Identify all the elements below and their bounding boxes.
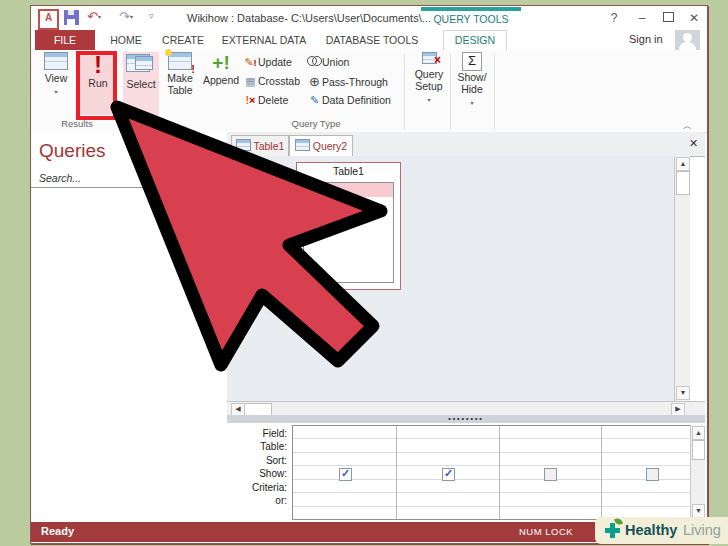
select-icon-overlay: [135, 56, 153, 70]
doc-tab-table1[interactable]: Table1: [231, 135, 289, 157]
run-highlight-annotation: [76, 51, 117, 120]
field-list: * Field1 Field2: [303, 182, 394, 283]
scroll-down-button[interactable]: ▼: [676, 386, 690, 400]
tab-home[interactable]: HOME: [101, 30, 151, 50]
pass-through-button[interactable]: ⊕Pass-Through: [307, 73, 388, 90]
data-definition-button[interactable]: ✎Data Definition: [307, 92, 391, 109]
grid-row-label: Criteria:: [227, 481, 287, 494]
show-hide-dropdown-icon: ▾: [470, 100, 473, 106]
update-icon: ✎!: [243, 54, 258, 72]
grid-row-label: Table:: [227, 440, 287, 453]
search-input[interactable]: Search...: [31, 170, 226, 188]
status-ready: Ready: [41, 525, 74, 537]
redo-icon[interactable]: ↷▾: [119, 8, 133, 26]
tab-create[interactable]: CREATE: [155, 30, 211, 50]
health-cross-icon: [605, 523, 620, 538]
tab-design[interactable]: DESIGN: [443, 30, 507, 51]
show-checkbox-2[interactable]: [442, 468, 455, 481]
show-checkbox-3[interactable]: [544, 468, 557, 481]
ribbon-group-labels: Results Query Type: [31, 118, 707, 132]
access-window: A ↶▾ ↷▾ ▿ Wikihow : Database- C:\Users\U…: [30, 5, 708, 544]
contextual-tab-group: QUERY TOOLS: [421, 13, 521, 25]
healthy-living-watermark: Healthy Living: [595, 517, 728, 544]
navigation-pane: Queries Search...: [31, 132, 228, 522]
make-table-excl-icon: !: [191, 63, 195, 75]
view-icon: [44, 52, 68, 70]
grid-row-label: Field:: [227, 427, 287, 440]
globe-icon: ⊕: [307, 73, 322, 90]
scroll-thumb[interactable]: [676, 171, 690, 195]
query-grid-pane: Field: Table: Sort: Show: Criteria: or: …: [227, 423, 705, 522]
select-query-button[interactable]: Select: [123, 52, 159, 116]
pane-splitter[interactable]: ••••••••: [227, 415, 705, 423]
user-avatar[interactable]: [675, 30, 700, 51]
status-num-lock: NUM LOCK: [519, 526, 573, 537]
union-button[interactable]: Union: [307, 54, 349, 71]
append-icon: +!: [212, 52, 229, 73]
crosstab-icon: ▦: [243, 73, 258, 90]
field-row-star[interactable]: *: [304, 183, 393, 197]
show-checkbox-4[interactable]: [646, 468, 659, 481]
delete-button[interactable]: !×Delete: [243, 92, 288, 109]
access-app-icon: A: [38, 9, 59, 30]
crosstab-button[interactable]: ▦Crosstab: [243, 73, 300, 90]
delete-icon: !×: [243, 92, 258, 109]
maximize-icon: [663, 12, 674, 22]
scroll-up-button[interactable]: ▲: [692, 426, 705, 440]
close-button[interactable]: ✕: [683, 10, 705, 27]
view-button[interactable]: View ▾: [36, 52, 76, 116]
search-placeholder: Search...: [39, 172, 81, 184]
sign-in-link[interactable]: Sign in: [629, 33, 663, 45]
tab-external-data[interactable]: EXTERNAL DATA: [217, 30, 311, 50]
query-grid[interactable]: [292, 425, 691, 520]
contextual-tab-strip: [421, 7, 521, 11]
qat-customize-icon[interactable]: ▿: [149, 11, 154, 21]
tab-file[interactable]: FILE: [35, 30, 95, 50]
save-icon[interactable]: [64, 10, 79, 25]
scroll-up-button[interactable]: ▲: [676, 157, 690, 171]
grid-vscrollbar[interactable]: ▲ ▼: [690, 425, 705, 518]
design-vscrollbar[interactable]: ▲ ▼: [674, 156, 690, 401]
query-icon: [295, 139, 310, 151]
screenshot-stage: A ↶▾ ↷▾ ▿ Wikihow : Database- C:\Users\U…: [0, 0, 728, 546]
maximize-button[interactable]: [657, 10, 679, 27]
append-button[interactable]: +! Append: [200, 52, 242, 116]
help-button[interactable]: ?: [603, 10, 625, 27]
undo-icon[interactable]: ↶▾: [87, 8, 101, 26]
query-setup-dropdown-icon: ▾: [427, 97, 430, 103]
query-design-surface: Table1 * Field1 Field2 ▲ ▼: [227, 156, 689, 401]
update-button[interactable]: ✎!Update: [243, 54, 292, 71]
query-setup-button[interactable]: × Query Setup▾: [409, 52, 449, 116]
title-bar: A ↶▾ ↷▾ ▿ Wikihow : Database- C:\Users\U…: [31, 6, 707, 30]
minimize-button[interactable]: –: [631, 10, 653, 27]
sigma-icon: Σ: [462, 52, 482, 71]
table-icon: [236, 139, 251, 151]
close-document-icon[interactable]: ✕: [689, 137, 698, 150]
column-divider: [499, 426, 500, 519]
design-hscrollbar[interactable]: ◀ ▶: [227, 401, 705, 416]
grid-row-label: Sort:: [227, 454, 287, 467]
watermark-text-light: Living: [683, 522, 721, 538]
show-hide-button[interactable]: Σ Show/ Hide▾: [453, 52, 491, 116]
column-divider: [396, 426, 397, 519]
make-table-button[interactable]: ! Make Table: [162, 52, 198, 116]
make-table-icon: !: [168, 52, 192, 70]
field-row[interactable]: Field1: [304, 197, 393, 211]
nav-pane-title: Queries: [39, 140, 106, 162]
view-dropdown-icon: ▾: [54, 89, 57, 95]
grid-row-label: Show:: [227, 467, 287, 480]
scroll-down-button[interactable]: ▼: [692, 504, 705, 518]
document-tab-bar: Table1 Query2: [227, 132, 705, 157]
field-list-table1: Table1 * Field1 Field2: [296, 162, 401, 290]
ribbon-tab-row: FILE HOME CREATE EXTERNAL DATA DATABASE …: [31, 30, 707, 50]
show-checkbox-1[interactable]: [339, 468, 352, 481]
union-icon: [307, 54, 322, 71]
sun-icon: [165, 49, 172, 56]
field-row[interactable]: Field2: [304, 211, 393, 225]
doc-tab-query2[interactable]: Query2: [289, 135, 353, 157]
grid-row-label: or:: [227, 494, 287, 507]
scroll-thumb[interactable]: [692, 440, 705, 460]
tab-database-tools[interactable]: DATABASE TOOLS: [319, 30, 425, 50]
column-divider: [601, 426, 602, 519]
watermark-text-bold: Healthy: [625, 522, 677, 538]
